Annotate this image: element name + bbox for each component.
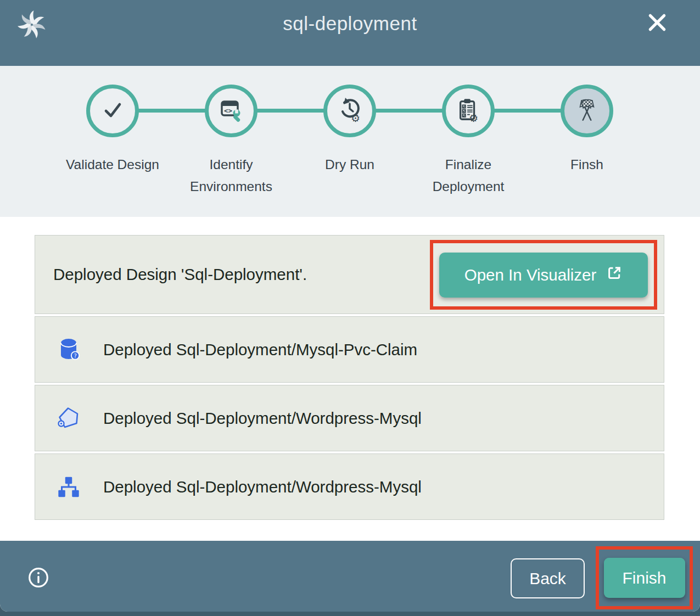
summary-text: Deployed Design 'Sql-Deployment'. [53,265,307,284]
back-button-label: Back [529,569,566,587]
dialog-title: sql-deployment [0,13,700,35]
workload-hierarchy-icon [55,473,82,501]
step-identify-environments: <> Identify Environments [172,85,290,198]
check-icon [99,97,126,125]
step-dry-run: ⚙ Dry Run [290,85,409,198]
component-pentagon-icon [55,405,82,432]
step-validate-design: Validate Design [53,85,172,198]
result-row-text: Deployed Sql-Deployment/Wordpress-Mysql [103,478,422,496]
step-finalize-deployment: ⚙ Finalize Deployment [409,85,528,198]
database-icon: ? [55,336,82,363]
back-button[interactable]: Back [511,558,585,598]
result-row-wordpress-mysql-workload: Deployed Sql-Deployment/Wordpress-Mysql [35,453,664,520]
info-icon[interactable] [27,567,49,589]
step-label: Finalize Deployment [412,154,525,198]
step-label: Identify Environments [175,154,288,198]
annotation-box-visualizer: Open In Visualizer [430,240,657,310]
checkered-flags-icon [573,96,601,126]
deployment-wizard-dialog: sql-deployment Validate Design [0,0,700,612]
annotation-box-finish: Finish [596,546,693,609]
step-finish: Finsh [528,85,646,198]
result-row-wordpress-mysql-service: Deployed Sql-Deployment/Wordpress-Mysql [35,385,664,451]
open-in-visualizer-label: Open In Visualizer [464,266,597,284]
finish-button[interactable]: Finish [604,558,685,598]
dialog-footer: Back Finish [0,541,700,612]
external-link-icon [606,265,623,285]
stepper: Validate Design <> [0,66,700,217]
result-row-mysql-pvc-claim: ? Deployed Sql-Deployment/Mysql-Pvc-Clai… [35,316,664,383]
close-icon[interactable] [644,10,670,36]
finish-button-label: Finish [622,569,666,587]
dry-run-history-gear-icon: ⚙ [337,97,363,125]
step-label: Finsh [570,154,603,176]
step-label: Validate Design [66,154,159,176]
dialog-header: sql-deployment [0,0,700,66]
summary-row: Deployed Design 'Sql-Deployment'. Open I… [35,235,664,314]
svg-text:<>: <> [224,107,232,115]
svg-text:?: ? [74,352,77,359]
code-wrench-icon: <> [218,97,244,125]
clipboard-gear-icon: ⚙ [456,97,481,125]
svg-text:⚙: ⚙ [351,112,360,123]
open-in-visualizer-button[interactable]: Open In Visualizer [439,253,648,298]
step-label: Dry Run [325,154,374,176]
svg-text:⚙: ⚙ [469,112,478,122]
result-row-text: Deployed Sql-Deployment/Mysql-Pvc-Claim [103,340,417,359]
result-row-text: Deployed Sql-Deployment/Wordpress-Mysql [103,409,422,428]
